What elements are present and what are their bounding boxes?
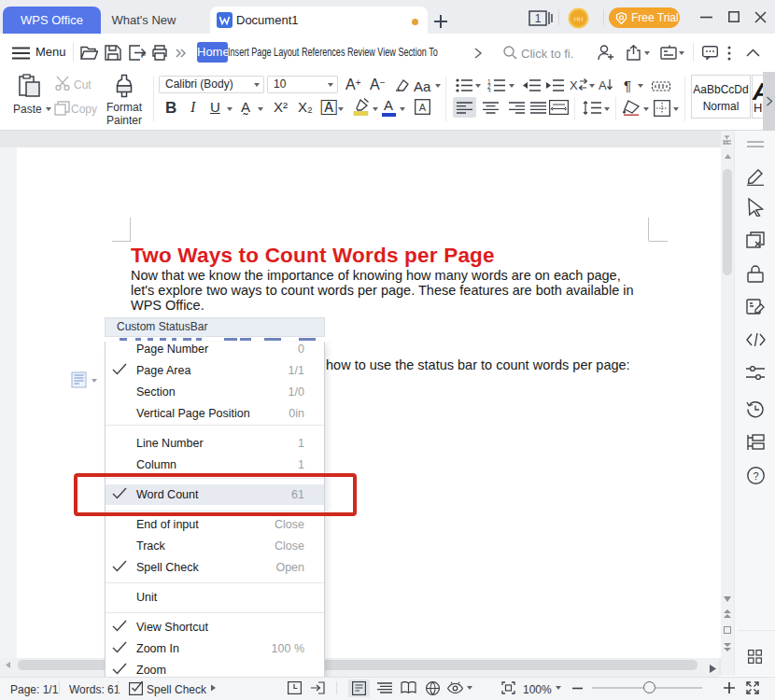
svg-text:P: P xyxy=(141,51,146,60)
svg-text:3: 3 xyxy=(487,88,491,93)
svg-text:1: 1 xyxy=(535,12,542,25)
svg-text:A: A xyxy=(419,102,427,113)
svg-text:HH: HH xyxy=(573,16,583,22)
svg-text:A: A xyxy=(599,78,607,92)
svg-text:X: X xyxy=(570,78,578,92)
svg-text:?: ? xyxy=(753,470,758,482)
